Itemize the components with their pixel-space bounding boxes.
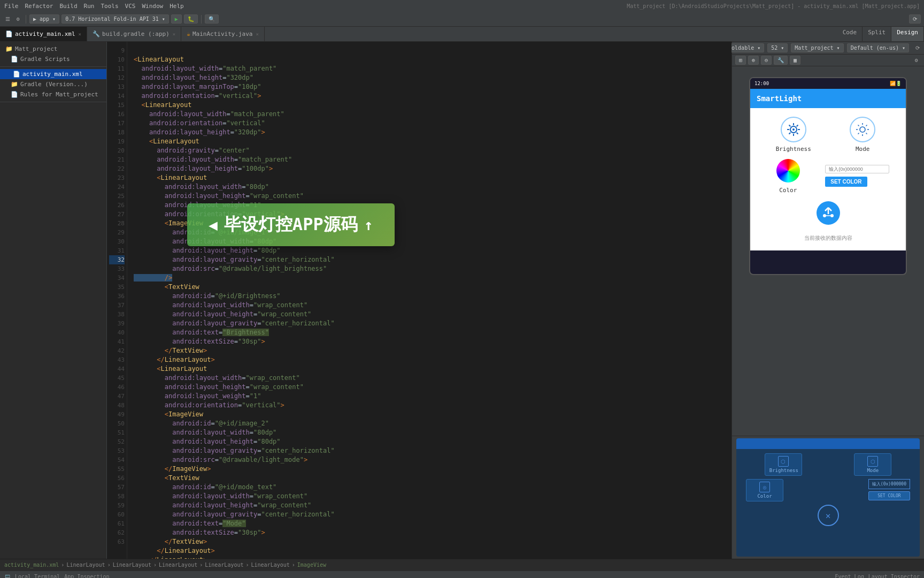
- toolbar-icon-1[interactable]: ☰: [3, 15, 12, 24]
- connect-button[interactable]: [817, 201, 840, 225]
- color-item[interactable]: Color: [767, 158, 810, 194]
- run-btn[interactable]: ▶: [171, 14, 182, 24]
- brightness-item[interactable]: Brightness: [772, 117, 815, 153]
- phone-status-bar: 12:00 📶🔋: [750, 78, 906, 89]
- design-toolbar-2: ⊞ ⊕ ⊖ 🔧 ▦ ⚙: [732, 55, 924, 66]
- versions-icon: 📁: [11, 81, 18, 88]
- svg-line-17: [866, 125, 867, 126]
- menu-build[interactable]: Build: [59, 3, 77, 10]
- svg-line-5: [789, 125, 790, 127]
- zoom-in-btn[interactable]: ⊕: [748, 56, 759, 65]
- hex-input[interactable]: [825, 165, 889, 173]
- menu-file[interactable]: File: [4, 3, 19, 10]
- blueprint-row-1: ⬡ Brightness ⬡ Mode: [741, 453, 915, 476]
- tools-btn[interactable]: 🔧: [774, 56, 788, 65]
- layout-inspector[interactable]: Layout Inspector: [868, 574, 920, 578]
- layout-btn[interactable]: ▦: [790, 56, 800, 65]
- blueprint-row-2: ◎ Color 输入(0x)000000 SET COLOR: [741, 479, 915, 501]
- phone-content: Brightness: [750, 108, 906, 250]
- tab-split[interactable]: Split: [863, 27, 891, 41]
- phone-icon-row-2: Color SET COLOR: [759, 158, 897, 194]
- svg-line-6: [796, 133, 798, 134]
- blueprint-app-bar: [736, 438, 920, 449]
- app-title: SmartLight: [757, 94, 802, 103]
- event-log[interactable]: Event Log: [835, 574, 864, 578]
- color-label: Color: [779, 187, 797, 194]
- menu-run[interactable]: Run: [84, 3, 95, 10]
- blueprint-color: ◎ Color: [746, 479, 783, 501]
- right-panel: 📌 Foldable ▾ 52 ▾ Matt_project ▾ Default…: [732, 42, 924, 559]
- sidebar-item-versions[interactable]: 📁 Gradle (Version...): [0, 79, 106, 89]
- blueprint-set-color: SET COLOR: [868, 491, 910, 500]
- set-color-button[interactable]: SET COLOR: [825, 177, 867, 187]
- tab-spacer: [265, 27, 837, 41]
- breadcrumb-item-1[interactable]: activity_main.xml: [4, 562, 59, 568]
- line-numbers: 910111213 1415161718 1920212223 24252627…: [107, 42, 127, 559]
- zoom-out-btn[interactable]: ⊖: [761, 56, 772, 65]
- brightness-label: Brightness: [776, 146, 811, 153]
- menu-window[interactable]: Window: [142, 3, 163, 10]
- design-toolbar: 📌 Foldable ▾ 52 ▾ Matt_project ▾ Default…: [732, 42, 924, 55]
- status-profile[interactable]: App Inspection: [64, 574, 109, 578]
- menu-help[interactable]: Help: [170, 3, 184, 10]
- device-preview-top: 12:00 📶🔋 SmartLight: [732, 66, 924, 436]
- debug-btn[interactable]: 🐛: [184, 14, 198, 24]
- status-local[interactable]: Local Terminal: [15, 574, 60, 578]
- svg-line-8: [789, 133, 790, 134]
- tab-close-1[interactable]: ×: [79, 32, 81, 37]
- device-dropdown[interactable]: 0.7 Horizontal Fold-in API 31 ▾: [61, 14, 169, 24]
- menu-refactor[interactable]: Refactor: [25, 3, 53, 10]
- svg-point-22: [823, 214, 826, 217]
- sync-btn[interactable]: ⟳: [909, 14, 921, 24]
- size-dropdown[interactable]: 52 ▾: [767, 43, 788, 52]
- default-dropdown[interactable]: Default (en-us) ▾: [847, 43, 909, 52]
- tab-code[interactable]: Code: [837, 27, 863, 41]
- tab-mainactivity[interactable]: ☕ MainActivity.java ×: [181, 27, 265, 41]
- mode-item[interactable]: Mode: [841, 117, 884, 153]
- blueprint-color-controls: 输入(0x)000000 SET COLOR: [868, 479, 910, 501]
- tab-build-gradle[interactable]: 🔧 build.gradle (:app) ×: [87, 27, 181, 41]
- tab-activity-main[interactable]: 📄 activity_main.xml ×: [0, 27, 87, 41]
- blueprint-row-3: ✕: [741, 505, 915, 526]
- project-dropdown[interactable]: Matt_project ▾: [791, 43, 843, 52]
- refresh-btn[interactable]: ⟳: [915, 44, 920, 52]
- breadcrumb-sep-4: ›: [199, 562, 203, 568]
- svg-line-18: [858, 133, 859, 134]
- breadcrumb-item-7[interactable]: ImageView: [297, 562, 326, 568]
- breadcrumb-item-6[interactable]: LinearLayout: [251, 562, 290, 568]
- toolbar-icon-2[interactable]: ⚙: [14, 15, 22, 24]
- sidebar-item-rules[interactable]: 📄 Rules for Matt_project: [0, 89, 106, 100]
- breadcrumb-item-3[interactable]: LinearLayout: [113, 562, 151, 568]
- tab-close-2[interactable]: ×: [173, 32, 175, 37]
- sidebar-item-activity[interactable]: 📄 activity_main.xml: [0, 69, 106, 79]
- phone-signal-icons: 📶🔋: [890, 81, 902, 86]
- run-config-dropdown[interactable]: ▶ app ▾: [29, 14, 59, 24]
- search-btn[interactable]: 🔍: [205, 14, 219, 24]
- code-container: 910111213 1415161718 1920212223 24252627…: [107, 42, 732, 559]
- sidebar-label-versions: Gradle (Version...): [20, 81, 88, 88]
- tab-bar: 📄 activity_main.xml × 🔧 build.gradle (:a…: [0, 27, 924, 42]
- menu-tools[interactable]: Tools: [101, 3, 118, 10]
- breadcrumb-item-5[interactable]: LinearLayout: [205, 562, 243, 568]
- banner-arrow-left: ◀: [209, 216, 218, 234]
- breadcrumb-item-4[interactable]: LinearLayout: [159, 562, 197, 568]
- breadcrumb-bar: activity_main.xml › LinearLayout › Linea…: [0, 559, 924, 571]
- sidebar-project-section: 📁 Matt_project 📄 Gradle Scripts: [0, 42, 106, 67]
- code-editor[interactable]: <LinearLayout android:layout_width="matc…: [127, 42, 732, 559]
- tab-close-3[interactable]: ×: [256, 32, 259, 37]
- sidebar-item-project[interactable]: 📁 Matt_project: [0, 44, 106, 54]
- banner-text: 毕设灯控APP源码: [224, 213, 358, 237]
- tab-label-2: build.gradle (:app): [102, 31, 170, 37]
- blueprint-mode: ⬡ Mode: [854, 453, 891, 476]
- menu-vcs[interactable]: VCS: [125, 3, 136, 10]
- sidebar-label-project: Matt_project: [15, 45, 57, 52]
- rules-icon: 📄: [11, 91, 18, 98]
- sidebar-item-gradle[interactable]: 📄 Gradle Scripts: [0, 54, 106, 64]
- breadcrumb-item-2[interactable]: LinearLayout: [66, 562, 105, 568]
- color-wheel: [776, 159, 800, 182]
- tab-design[interactable]: Design: [891, 27, 924, 41]
- svg-line-15: [858, 125, 859, 126]
- menu-bar: File Refactor Build Run Tools VCS Window…: [0, 0, 924, 12]
- zoom-fit-btn[interactable]: ⊞: [735, 56, 746, 65]
- settings-icon[interactable]: ⚙: [912, 56, 921, 65]
